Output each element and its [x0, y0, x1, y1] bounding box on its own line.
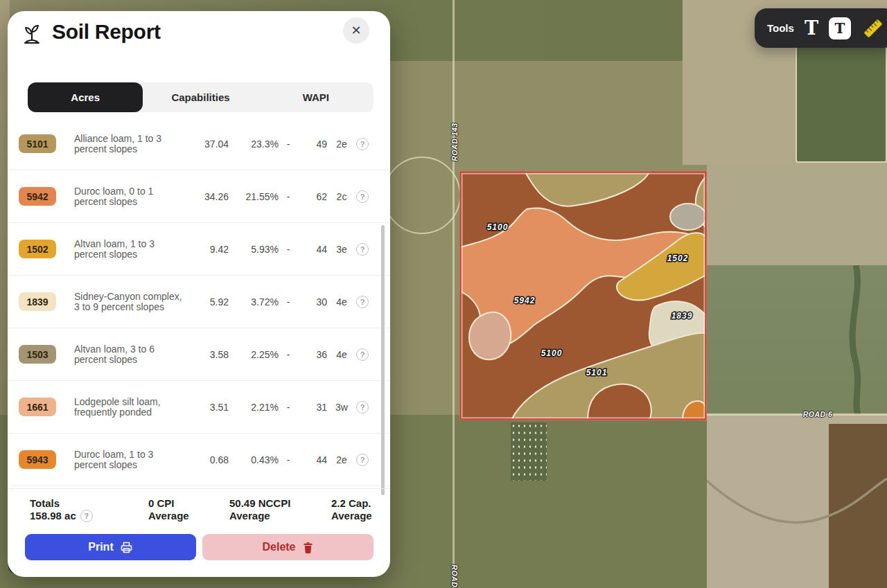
help-icon[interactable]: ?	[356, 348, 369, 361]
map-road-horizontal	[707, 413, 887, 416]
table-row: 5943Duroc loam, 1 to 3 percent slopes0.6…	[8, 434, 390, 486]
printer-icon	[120, 541, 133, 554]
soil-code-badge: 1503	[19, 345, 56, 364]
nccpi-value: 31	[298, 402, 327, 413]
acres-value: 37.04	[187, 139, 229, 150]
soil-report-panel: Soil Report ✕ Acres Capabilities WAPI 51…	[8, 11, 390, 577]
percent-value: 23.3%	[229, 139, 279, 150]
cap-class-value: 3e	[327, 244, 356, 255]
cap-class-value: 4e	[327, 349, 356, 360]
percent-value: 5.93%	[229, 244, 279, 255]
map-field-patch	[707, 165, 887, 267]
boxed-text-tool-icon: T	[829, 17, 851, 39]
table-row: 5942Duroc loam, 0 to 1 percent slopes34.…	[8, 170, 390, 223]
scrollbar-thumb[interactable]	[381, 225, 385, 495]
cpi-average-label: Average	[148, 510, 189, 522]
app-stage: 510015025942183951005101 ROAD 143 ROAD 6…	[0, 0, 887, 588]
table-row: 1839Sidney-Canyon complex, 3 to 9 percen…	[8, 276, 390, 328]
zone-label: 1839	[671, 311, 693, 321]
cpi-value: -	[279, 139, 298, 150]
totals-acres: Totals 158.98 ac ?	[30, 497, 93, 522]
help-icon[interactable]: ?	[356, 243, 369, 256]
text-tool-button[interactable]: T	[805, 19, 818, 37]
tools-panel: Tools T T	[755, 8, 887, 48]
map-field-patch	[796, 38, 887, 163]
table-row: 1503Altvan loam, 3 to 6 percent slopes3.…	[8, 328, 390, 381]
cpi-average-value: 0 CPI	[148, 497, 189, 510]
map-village	[511, 422, 547, 481]
soil-name: Duroc loam, 0 to 1 percent slopes	[74, 186, 187, 207]
help-icon[interactable]: ?	[356, 401, 369, 413]
totals-cap: 2.2 Cap. Average	[331, 497, 372, 522]
tab-capabilities[interactable]: Capabilities	[143, 82, 258, 112]
cap-class-value: 2e	[327, 454, 356, 465]
percent-value: 2.25%	[229, 349, 279, 360]
totals-label: Totals	[30, 497, 93, 510]
nccpi-value: 36	[298, 349, 327, 360]
tools-label: Tools	[767, 22, 794, 34]
nccpi-value: 49	[298, 139, 327, 150]
seedling-icon	[19, 20, 45, 46]
road-label: ROAD 6	[803, 410, 833, 418]
zone-label: 1502	[667, 253, 689, 263]
zone-label: 5101	[586, 368, 608, 377]
tab-bar: Acres Capabilities WAPI	[28, 82, 374, 112]
close-icon: ✕	[351, 23, 361, 38]
soil-code-badge: 5101	[19, 134, 56, 153]
nccpi-average-value: 50.49 NCCPI	[229, 497, 290, 510]
acres-value: 34.26	[187, 191, 229, 202]
help-icon[interactable]: ?	[356, 296, 369, 308]
cap-class-value: 3w	[327, 402, 356, 413]
soil-code-badge: 5943	[19, 450, 56, 469]
soil-parcel-overlay[interactable]: 510015025942183951005101	[459, 171, 707, 420]
cap-average-value: 2.2 Cap.	[331, 497, 372, 510]
nccpi-value: 44	[298, 454, 327, 465]
cpi-value: -	[279, 402, 298, 413]
help-icon[interactable]: ?	[80, 510, 93, 522]
cpi-value: -	[279, 191, 298, 202]
nccpi-average-label: Average	[229, 510, 290, 522]
percent-value: 2.21%	[229, 402, 279, 413]
close-button[interactable]: ✕	[343, 17, 369, 44]
road-label: ROAD 143	[450, 123, 459, 161]
acres-value: 9.42	[187, 244, 229, 255]
acres-value: 3.51	[187, 402, 229, 413]
cap-average-label: Average	[331, 510, 372, 522]
cpi-value: -	[279, 296, 298, 308]
table-row: 1502Altvan loam, 1 to 3 percent slopes9.…	[8, 223, 390, 276]
soil-code-badge: 1502	[19, 240, 56, 258]
percent-value: 21.55%	[229, 191, 279, 202]
totals-cpi: 0 CPI Average	[148, 497, 189, 522]
ruler-icon	[861, 17, 885, 40]
tab-acres[interactable]: Acres	[28, 82, 143, 112]
ruler-tool-button[interactable]	[861, 17, 885, 40]
print-button[interactable]: Print	[25, 534, 196, 560]
map-field-patch	[707, 265, 887, 415]
totals-acres-value: 158.98 ac	[30, 510, 76, 522]
delete-label: Delete	[262, 541, 295, 553]
totals-bar: Totals 158.98 ac ? 0 CPI Average 50.49 N…	[8, 488, 390, 533]
table-row: 5101Alliance loam, 1 to 3 percent slopes…	[8, 118, 390, 170]
boxed-text-tool-button[interactable]: T	[829, 17, 851, 39]
print-label: Print	[88, 541, 113, 553]
soil-rows: 5101Alliance loam, 1 to 3 percent slopes…	[8, 118, 390, 486]
help-icon[interactable]: ?	[356, 190, 369, 203]
tab-wapi[interactable]: WAPI	[258, 82, 374, 112]
totals-nccpi: 50.49 NCCPI Average	[229, 497, 290, 522]
table-row: 1661Lodgepole silt loam, frequently pond…	[8, 381, 390, 434]
soil-name: Altvan loam, 3 to 6 percent slopes	[74, 344, 187, 365]
help-icon[interactable]: ?	[356, 138, 369, 150]
help-icon[interactable]: ?	[356, 454, 369, 466]
zone-label: 5100	[487, 222, 509, 232]
cpi-value: -	[279, 244, 298, 255]
cap-class-value: 2c	[327, 191, 356, 202]
cap-class-value: 2e	[327, 139, 356, 150]
cpi-value: -	[279, 349, 298, 360]
map-field-patch	[829, 424, 887, 588]
delete-button[interactable]: Delete	[202, 534, 374, 560]
zone-label: 5100	[541, 348, 563, 358]
cpi-value: -	[279, 454, 298, 465]
page-title: Soil Report	[52, 17, 161, 47]
soil-code-badge: 1839	[19, 292, 56, 311]
soil-name: Duroc loam, 1 to 3 percent slopes	[74, 449, 187, 470]
